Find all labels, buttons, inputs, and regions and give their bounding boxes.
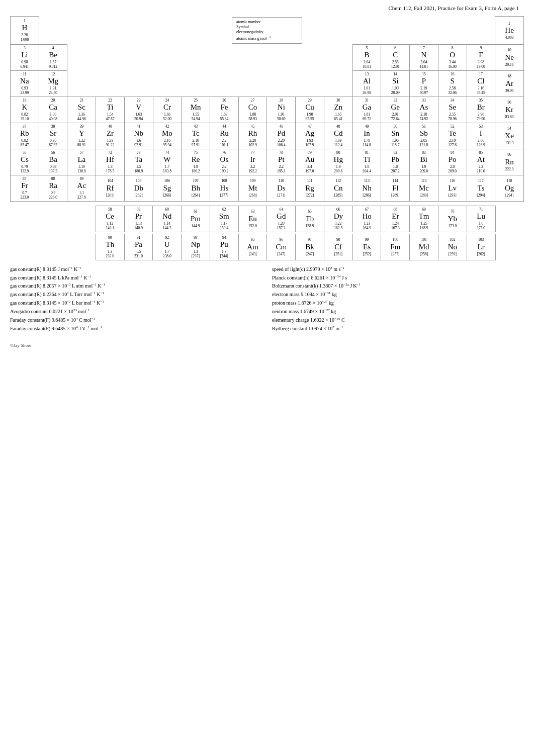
electronegativity: 1.93 bbox=[306, 138, 313, 143]
lanthanide-actinide-table: 58Ce1.12140.159Pr1.13140.960Nd1.14144.26… bbox=[10, 206, 524, 260]
atomic-mass: 200.6 bbox=[334, 169, 342, 173]
element-cell-C: 6C2.5512.01 bbox=[381, 44, 410, 70]
atomic-number: 55 bbox=[23, 150, 27, 155]
atomic-mass: 12.01 bbox=[391, 64, 400, 69]
element-cell-Pb: 82Pb1.8207.2 bbox=[381, 149, 410, 175]
element-cell-Tc: 43Tc2.1097.91 bbox=[182, 123, 210, 149]
element-cell-Ra: 88Ra0.9226.0 bbox=[39, 175, 67, 201]
electronegativity: 0.89 bbox=[50, 164, 56, 169]
electronegativity: 1.96 bbox=[392, 138, 399, 143]
atomic-mass: [277] bbox=[220, 193, 228, 198]
element-symbol: Mc bbox=[419, 183, 429, 193]
atomic-number: 24 bbox=[165, 98, 169, 103]
element-cell-Er: 68Er1.24167.3 bbox=[381, 206, 410, 232]
atomic-mass: 72.64 bbox=[391, 117, 400, 121]
atomic-mass: [264] bbox=[192, 193, 200, 198]
element-content: 51Sb2.05121.8 bbox=[410, 124, 437, 148]
element-symbol: Ta bbox=[135, 155, 142, 164]
atomic-number: 30 bbox=[336, 98, 340, 103]
electronegativity: 2.58 bbox=[449, 86, 456, 90]
element-symbol: V bbox=[136, 103, 141, 112]
atomic-mass: 79.90 bbox=[477, 117, 485, 121]
atomic-number: 114 bbox=[393, 178, 398, 183]
element-symbol: Ca bbox=[49, 103, 57, 112]
element-content: 25Mn1.5554.94 bbox=[182, 98, 209, 122]
element-cell-Ni: 28Ni1.9158.69 bbox=[267, 97, 296, 123]
element-symbol: Hf bbox=[106, 155, 114, 164]
element-cell-Ho: 67Ho1.23164.9 bbox=[352, 206, 381, 232]
electronegativity: 2.2 bbox=[479, 164, 483, 169]
atomic-mass: 118.7 bbox=[391, 143, 400, 147]
atomic-number: 72 bbox=[108, 150, 112, 155]
constant-line: gas constant(R) 8.3145 × 10−2 L bar mol−… bbox=[10, 299, 262, 308]
atomic-number: 32 bbox=[393, 98, 397, 103]
electronegativity: 2.2 bbox=[279, 164, 284, 169]
atomic-number: 111 bbox=[307, 178, 313, 183]
electronegativity: 2.2 bbox=[250, 164, 255, 169]
element-cell-Os: 76Os2.2190.2 bbox=[210, 149, 239, 175]
element-cell-Cn: 112Cn[285] bbox=[324, 175, 352, 201]
element-cell-Pm: 61Pm144.9 bbox=[182, 206, 210, 232]
element-content: 116Lv[293] bbox=[439, 178, 466, 198]
electronegativity: 2.55 bbox=[392, 60, 399, 64]
element-content: 18Ar39.95 bbox=[496, 74, 523, 93]
element-cell-Ne: 10Ne20.18 bbox=[495, 44, 524, 70]
element-content: 53I2.66126.9 bbox=[468, 124, 495, 148]
electronegativity: 2.4 bbox=[307, 164, 312, 169]
atomic-mass: 137.3 bbox=[49, 169, 57, 173]
element-cell-Db: 105Db[262] bbox=[124, 175, 153, 201]
atomic-mass: 9.012 bbox=[49, 64, 57, 69]
element-cell-Re: 75Re1.9186.2 bbox=[182, 149, 210, 175]
element-symbol: Sn bbox=[391, 129, 399, 138]
element-symbol: Na bbox=[20, 76, 29, 86]
element-cell-Au: 79Au2.4197.0 bbox=[296, 149, 324, 175]
atomic-mass: 85.47 bbox=[20, 143, 29, 147]
element-content: 47Ag1.93107.9 bbox=[296, 124, 323, 148]
element-symbol: Cr bbox=[163, 103, 171, 112]
element-cell-At: 85At2.2210.0 bbox=[467, 149, 495, 175]
atomic-number: 51 bbox=[422, 124, 426, 129]
atomic-number: 47 bbox=[308, 124, 312, 129]
atomic-number: 86 bbox=[507, 152, 511, 157]
element-symbol: B bbox=[364, 50, 369, 60]
atomic-number: 57 bbox=[80, 150, 84, 155]
electronegativity: 0.7 bbox=[22, 191, 27, 195]
atomic-mass: [261] bbox=[106, 193, 114, 198]
empty-cell bbox=[10, 206, 39, 232]
element-cell-Eu: 63Eu152.0 bbox=[238, 206, 267, 232]
electronegativity: 1.7 bbox=[165, 164, 169, 169]
element-cell-Lv: 116Lv[293] bbox=[438, 175, 467, 201]
element-symbol: I bbox=[480, 129, 482, 138]
element-content: 45Rh2.28102.9 bbox=[239, 124, 266, 148]
electronegativity: 1.66 bbox=[164, 112, 170, 117]
atomic-number: 6 bbox=[394, 46, 396, 50]
electronegativity: 2.66 bbox=[478, 138, 484, 143]
element-content: 82Pb1.8207.2 bbox=[382, 150, 409, 174]
element-symbol: Sg bbox=[163, 183, 171, 193]
atomic-number: 74 bbox=[165, 150, 169, 155]
electronegativity: 1.63 bbox=[135, 112, 142, 117]
electronegativity: 1.69 bbox=[335, 138, 341, 143]
element-symbol: K bbox=[22, 103, 27, 112]
element-content: 72Hf1.3178.5 bbox=[97, 150, 124, 174]
element-cell-Cs: 55Cs0.79132.9 bbox=[11, 149, 39, 175]
constant-line: gas constant(R) 8.3145 L kPa mol−1 K−1 bbox=[10, 274, 262, 282]
element-content: 79Au2.4197.0 bbox=[296, 150, 323, 174]
element-cell-Tl: 81Tl1.8204.4 bbox=[352, 149, 381, 175]
electronegativity: 1.5 bbox=[136, 164, 141, 169]
element-content: 88Ra0.9226.0 bbox=[40, 176, 67, 200]
element-content: 113Nh[286] bbox=[353, 178, 381, 198]
atomic-number: 82 bbox=[393, 150, 397, 155]
atomic-mass: 55.84 bbox=[220, 117, 228, 121]
element-symbol: Ni bbox=[278, 103, 285, 112]
atomic-number: 78 bbox=[280, 150, 284, 155]
element-symbol: Hg bbox=[334, 155, 343, 164]
constants-section: gas constant(R) 8.3145 J mol−1 K−1gas co… bbox=[10, 265, 524, 333]
atomic-mass: 26.98 bbox=[363, 90, 371, 95]
element-cell-Pr: 59Pr1.13140.9 bbox=[124, 206, 153, 232]
atomic-number: 80 bbox=[336, 150, 340, 155]
element-content: 50Sn1.96118.7 bbox=[382, 124, 409, 148]
element-content: 106Sg[266] bbox=[154, 178, 181, 198]
element-content: 30Zn1.6565.41 bbox=[325, 98, 352, 122]
legend-area: atomic number Symbol electronegativity a… bbox=[39, 17, 495, 45]
